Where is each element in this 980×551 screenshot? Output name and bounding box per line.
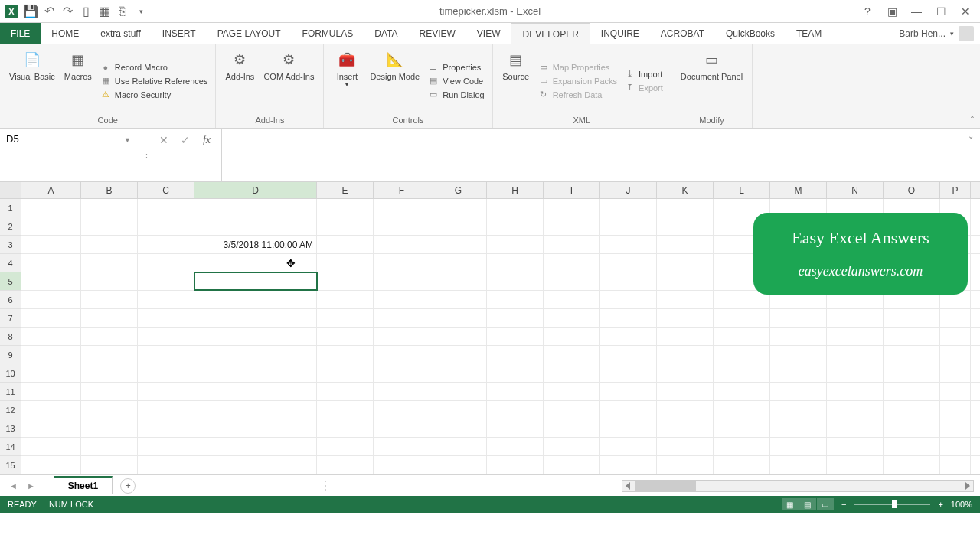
- macro-security-button[interactable]: ⚠Macro Security: [98, 89, 210, 101]
- source-button[interactable]: ▤Source: [499, 47, 533, 114]
- cell-N9[interactable]: [827, 346, 884, 364]
- ribbon-options-icon[interactable]: ▣: [885, 5, 899, 18]
- col-header-C[interactable]: C: [138, 182, 194, 198]
- cell-A11[interactable]: [21, 383, 81, 400]
- row-header-12[interactable]: 12: [0, 401, 21, 419]
- cell-B15[interactable]: [81, 456, 138, 474]
- cell-A13[interactable]: [21, 419, 81, 437]
- cell-D2[interactable]: [194, 217, 317, 235]
- cell-P15[interactable]: [940, 456, 971, 474]
- properties-button[interactable]: ☰Properties: [426, 61, 485, 73]
- row-header-8[interactable]: 8: [0, 328, 21, 346]
- tab-formulas[interactable]: FORMULAS: [292, 23, 364, 44]
- cell-P11[interactable]: [940, 383, 971, 400]
- cell-B10[interactable]: [81, 364, 138, 382]
- cell-J4[interactable]: [600, 254, 657, 272]
- cell-B13[interactable]: [81, 419, 138, 437]
- row-header-1[interactable]: 1: [0, 199, 21, 217]
- cell-K10[interactable]: [657, 364, 714, 382]
- normal-view-icon[interactable]: ▦: [782, 498, 799, 510]
- cell-K3[interactable]: [657, 236, 714, 253]
- expansion-packs-button[interactable]: ▭Expansion Packs: [536, 75, 619, 87]
- macros-button[interactable]: ▦ Macros: [61, 47, 95, 114]
- cell-M7[interactable]: [770, 309, 827, 327]
- cell-F2[interactable]: [374, 217, 430, 235]
- cell-J6[interactable]: [600, 291, 657, 308]
- cell-A6[interactable]: [21, 291, 81, 308]
- row-header-9[interactable]: 9: [0, 346, 21, 364]
- cell-C2[interactable]: [138, 217, 194, 235]
- cell-I14[interactable]: [544, 438, 600, 455]
- cell-O13[interactable]: [884, 419, 940, 437]
- cell-K15[interactable]: [657, 456, 714, 474]
- col-header-N[interactable]: N: [827, 182, 884, 198]
- cell-D11[interactable]: [194, 383, 317, 400]
- close-icon[interactable]: ✕: [959, 5, 972, 18]
- col-header-D[interactable]: D: [194, 182, 317, 198]
- cell-G15[interactable]: [430, 456, 487, 474]
- tab-file[interactable]: FILE: [0, 23, 41, 44]
- cell-L13[interactable]: [714, 419, 770, 437]
- cell-I3[interactable]: [544, 236, 600, 253]
- cell-O9[interactable]: [884, 346, 940, 364]
- cell-P12[interactable]: [940, 401, 971, 419]
- cell-I10[interactable]: [544, 364, 600, 382]
- cell-D8[interactable]: [194, 328, 317, 345]
- cell-K6[interactable]: [657, 291, 714, 308]
- cell-J2[interactable]: [600, 217, 657, 235]
- cell-J9[interactable]: [600, 346, 657, 364]
- cell-A7[interactable]: [21, 309, 81, 327]
- cell-F14[interactable]: [374, 438, 430, 455]
- cell-H2[interactable]: [487, 217, 544, 235]
- expand-formula-icon[interactable]: ⌄: [968, 132, 974, 140]
- cell-C3[interactable]: [138, 236, 194, 253]
- cell-D6[interactable]: [194, 291, 317, 308]
- row-header-6[interactable]: 6: [0, 291, 21, 309]
- cell-K9[interactable]: [657, 346, 714, 364]
- cell-K13[interactable]: [657, 419, 714, 437]
- cell-E5[interactable]: [317, 272, 374, 290]
- cell-K2[interactable]: [657, 217, 714, 235]
- cell-J7[interactable]: [600, 309, 657, 327]
- namebox-dropdown-icon[interactable]: ▼: [124, 136, 131, 144]
- sheet-next-icon[interactable]: ►: [24, 481, 38, 491]
- cell-J5[interactable]: [600, 272, 657, 290]
- page-layout-icon[interactable]: ▤: [799, 498, 816, 510]
- cell-K11[interactable]: [657, 383, 714, 400]
- relative-refs-button[interactable]: ▦Use Relative References: [98, 75, 210, 87]
- cell-M15[interactable]: [770, 456, 827, 474]
- document-panel-button[interactable]: ▭Document Panel: [678, 47, 746, 114]
- col-header-O[interactable]: O: [884, 182, 940, 198]
- cell-F1[interactable]: [374, 199, 430, 217]
- tab-acrobat[interactable]: ACROBAT: [650, 23, 715, 44]
- redo-icon[interactable]: ↷: [61, 5, 74, 18]
- addins-button[interactable]: ⚙Add-Ins: [222, 47, 257, 114]
- view-code-button[interactable]: ▤View Code: [426, 75, 485, 87]
- cell-F9[interactable]: [374, 346, 430, 364]
- cell-A14[interactable]: [21, 438, 81, 455]
- sheet-prev-icon[interactable]: ◄: [6, 481, 21, 491]
- cell-I1[interactable]: [544, 199, 600, 217]
- cell-O8[interactable]: [884, 328, 940, 345]
- cell-I15[interactable]: [544, 456, 600, 474]
- cell-A1[interactable]: [21, 199, 81, 217]
- undo-icon[interactable]: ↶: [43, 5, 55, 18]
- cell-L14[interactable]: [714, 438, 770, 455]
- horizontal-scrollbar[interactable]: [622, 480, 974, 492]
- cell-C7[interactable]: [138, 309, 194, 327]
- tab-insert[interactable]: INSERT: [152, 23, 207, 44]
- cell-H15[interactable]: [487, 456, 544, 474]
- cell-P14[interactable]: [940, 438, 971, 455]
- cell-G4[interactable]: [430, 254, 487, 272]
- cell-C4[interactable]: [138, 254, 194, 272]
- row-header-13[interactable]: 13: [0, 419, 21, 438]
- cell-K8[interactable]: [657, 328, 714, 345]
- col-header-J[interactable]: J: [600, 182, 657, 198]
- col-header-I[interactable]: I: [544, 182, 600, 198]
- new-icon[interactable]: ▯: [80, 5, 92, 18]
- cell-P13[interactable]: [940, 419, 971, 437]
- cell-B7[interactable]: [81, 309, 138, 327]
- cell-K14[interactable]: [657, 438, 714, 455]
- cell-B11[interactable]: [81, 383, 138, 400]
- cell-E15[interactable]: [317, 456, 374, 474]
